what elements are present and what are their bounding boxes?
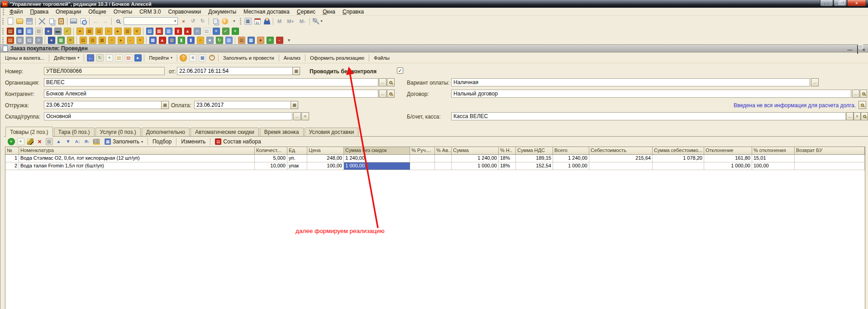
overflow-chevron-icon[interactable]: ▾	[284, 36, 294, 45]
calendar-picker-icon[interactable]: ▦	[291, 101, 298, 109]
actions-button[interactable]: Действия▾	[51, 54, 82, 62]
calendar-picker-icon[interactable]: ▦	[161, 101, 169, 109]
menu-item-справочники[interactable]: Справочники	[165, 8, 205, 15]
red-marker-icon[interactable]: ▮	[173, 27, 183, 36]
monitor-plus-icon[interactable]: +	[211, 27, 221, 36]
windows-list-icon[interactable]	[210, 17, 220, 26]
column-header-9[interactable]: % Н..	[499, 147, 516, 155]
move-down-icon[interactable]: ▼	[63, 137, 73, 146]
tab-5[interactable]: Время звонка	[260, 128, 304, 136]
tab-4[interactable]: Автоматические скидки	[191, 128, 259, 136]
doc-money-icon[interactable]: ▤	[114, 53, 124, 62]
warehouse-field[interactable]	[44, 112, 292, 120]
money-move-icon[interactable]: ▸	[116, 36, 126, 45]
table-cell[interactable]	[410, 162, 435, 170]
coin-stack-icon[interactable]: ○	[107, 36, 116, 45]
post-document-icon[interactable]: ←	[86, 53, 95, 62]
doc-restore-button[interactable]	[857, 46, 858, 54]
forward-icon[interactable]: →	[100, 17, 110, 26]
table-cell[interactable]: 1 000,00	[344, 162, 410, 170]
coins-icon[interactable]: ○	[104, 27, 113, 36]
sale-cart-icon[interactable]: ▦	[148, 36, 157, 45]
barcode-icon[interactable]	[92, 137, 101, 146]
menu-item-отчеты[interactable]: Отчеты	[110, 8, 136, 15]
warehouse-clear-button[interactable]: ×	[301, 112, 309, 120]
catalog-book-icon[interactable]: ▤	[5, 36, 15, 45]
coins-pair-icon[interactable]: ○	[196, 36, 205, 45]
header-settings-icon[interactable]: ▦	[198, 53, 207, 62]
price-table-icon[interactable]: ▦	[15, 27, 24, 36]
search-input[interactable]	[124, 19, 173, 24]
copy-new-icon[interactable]: +	[105, 53, 114, 62]
account-field[interactable]	[451, 112, 846, 120]
table-cell[interactable]	[435, 155, 452, 162]
money-list-icon[interactable]: ≡	[132, 27, 142, 36]
print-preview-icon[interactable]	[78, 17, 88, 26]
return-red-icon[interactable]: ▲	[157, 36, 167, 45]
column-header-0[interactable]: №	[5, 147, 19, 155]
table-cell[interactable]	[795, 162, 865, 170]
contract-open-button[interactable]	[860, 90, 867, 98]
counterparties-icon[interactable]: ●	[43, 27, 53, 36]
column-header-8[interactable]: Сумма	[452, 147, 499, 155]
column-header-4[interactable]: Цена	[307, 147, 344, 155]
money-report-icon[interactable]: ▥	[123, 27, 132, 36]
totals-minus-icon[interactable]: -	[275, 36, 284, 45]
toolbar-grip[interactable]	[2, 37, 4, 43]
money-plus-icon[interactable]: +	[135, 36, 145, 45]
edit-cancel-icon[interactable]: ×	[66, 36, 75, 45]
find-person-icon[interactable]: ●	[205, 36, 215, 45]
analysis-button[interactable]: Анализ	[281, 54, 304, 62]
timer-icon[interactable]	[207, 53, 217, 62]
selection-frame-icon[interactable]: ▧	[34, 27, 43, 36]
table-cell[interactable]	[589, 162, 653, 170]
post-without-control-checkbox[interactable]: ✓	[397, 67, 403, 74]
goto-button[interactable]: Перейти▾	[146, 54, 176, 62]
column-header-3[interactable]: Ед.	[287, 147, 307, 155]
chevron-down-icon[interactable]: ▾	[229, 17, 239, 26]
back-icon[interactable]: ←	[91, 17, 100, 26]
menu-item-окна[interactable]: Окна	[319, 8, 339, 15]
doc-minimize-button[interactable]: —	[848, 47, 853, 53]
table-cell[interactable]: 1 240,00	[344, 155, 410, 162]
counterparty-select-button[interactable]: ...	[379, 90, 386, 98]
edit-prices-icon[interactable]: ✓	[62, 27, 72, 36]
print-invoice-icon[interactable]: ▤	[24, 36, 34, 45]
tab-2[interactable]: Услуги (0 поз.)	[95, 128, 141, 136]
cash-register-icon[interactable]: ▬	[53, 27, 62, 36]
chart-blue-icon[interactable]: ▮	[186, 36, 196, 45]
payment-doc-icon[interactable]: ▤	[78, 36, 88, 45]
menu-item-файл[interactable]: Файл	[6, 8, 27, 15]
column-header-1[interactable]: Номенклатура	[19, 147, 255, 155]
order-blue-icon[interactable]: ▥	[164, 27, 173, 36]
shipment-date-field[interactable]	[44, 101, 161, 109]
warehouse-select-button[interactable]: ...	[293, 112, 301, 120]
docs-stack-icon[interactable]: ▥	[224, 36, 234, 45]
column-header-14[interactable]: Отклонение	[704, 147, 752, 155]
payment-option-field[interactable]	[451, 78, 810, 86]
tab-3[interactable]: Дополнительно	[142, 128, 190, 136]
column-header-13[interactable]: Сумма себестоимо...	[653, 147, 704, 155]
document-pair-icon[interactable]: ▥	[24, 27, 34, 36]
column-header-12[interactable]: Себестоимость	[589, 147, 653, 155]
payment-date-field[interactable]	[194, 101, 291, 109]
table-cell[interactable]: Вода Стэлмас O2, 0,6л, пэт кислородная (…	[19, 155, 255, 162]
copy-row-icon[interactable]: +	[16, 137, 25, 146]
paste-icon[interactable]	[56, 17, 66, 26]
print-icon[interactable]	[69, 17, 78, 26]
table-cell[interactable]: 1 240,00	[452, 155, 499, 162]
toolbar-grip[interactable]	[3, 9, 4, 15]
red-flag-icon[interactable]: ▲	[183, 27, 192, 36]
payment-option-select-button[interactable]: ...	[811, 78, 819, 86]
menu-item-сервис[interactable]: Сервис	[293, 8, 319, 15]
table-cell[interactable]: 189,15	[516, 155, 553, 162]
new-document-icon[interactable]	[5, 17, 15, 26]
account-clear-button[interactable]: ×	[854, 112, 861, 120]
table-cell[interactable]: 152,54	[516, 162, 553, 170]
save-post-icon[interactable]: ▸	[133, 53, 143, 62]
table-cell[interactable]: 161,80	[704, 155, 752, 162]
tab-1[interactable]: Тара (0 поз.)	[54, 128, 95, 136]
memory-button-2[interactable]: M-	[297, 19, 308, 24]
chevron-down-icon[interactable]: ▾	[173, 19, 177, 23]
table-cell[interactable]: 1 000,00	[704, 162, 752, 170]
